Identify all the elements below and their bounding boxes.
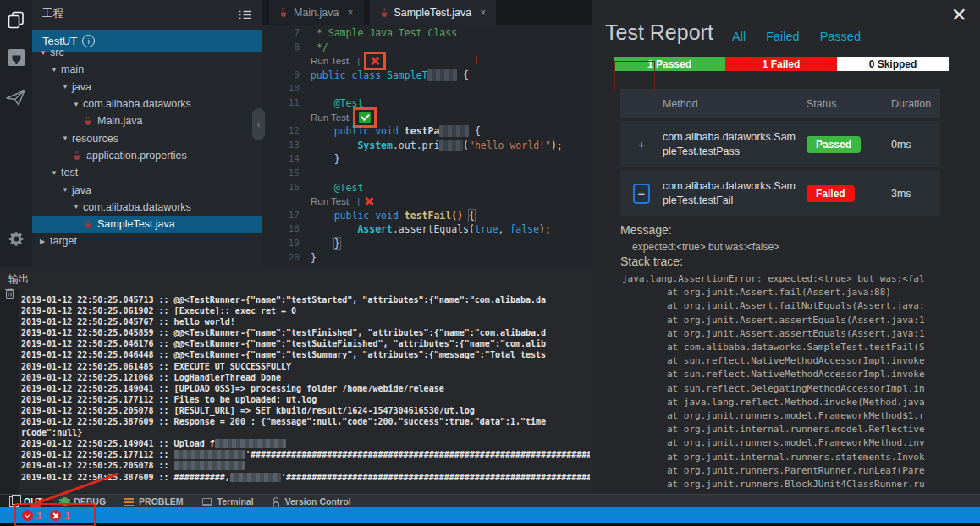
failed-count: 1	[64, 511, 69, 521]
stack-line: at org.junit.Assert.failNotEquals(Assert…	[622, 299, 977, 313]
expand-row-button[interactable]: +	[638, 139, 646, 151]
method-cell: com.alibaba.dataworks.SampleTest.testFai…	[663, 179, 807, 208]
line-number: 13	[262, 139, 311, 153]
send-icon[interactable]	[0, 87, 32, 107]
fail-circle-icon	[50, 510, 61, 521]
trash-icon[interactable]	[4, 287, 15, 303]
gear-icon[interactable]	[0, 230, 32, 248]
filter-passed[interactable]: Passed	[820, 30, 861, 43]
tree-item-label: src	[50, 47, 64, 58]
code-area[interactable]: 7 * Sample Java Test Class8 */Run Test|9…	[262, 26, 592, 265]
tree-item[interactable]: ▶target	[32, 233, 262, 249]
code-line: 9public class SampleTxxxxx {	[262, 68, 592, 83]
java-file-icon	[84, 219, 92, 229]
line-number: 16	[262, 181, 311, 195]
panel-tab-terminal[interactable]: Terminal	[193, 495, 263, 508]
chevron-down-icon: ▼	[73, 101, 83, 108]
log-line: rCode":null}	[21, 427, 590, 438]
code-line: 13 System.out.prixxxx("hello world!");	[262, 139, 592, 153]
log-line: 2019-01-12 22:50:25.387609 :: ##########…	[21, 472, 590, 483]
panel-tab-bar: OUTDEBUGPROBLEMTerminalVersion Control	[0, 494, 980, 508]
panel-tab-out[interactable]: OUT	[0, 495, 52, 508]
tree-item-label: Main.java	[97, 115, 143, 127]
panel-tab-problem[interactable]: PROBLEM	[115, 495, 193, 508]
tab-sampletest-java[interactable]: SampleTest.java ×	[370, 0, 497, 25]
tree-item-label: com.alibaba.dataworks	[83, 98, 191, 110]
stack-line: at java.lang.reflect.Method.invoke(Metho…	[622, 396, 977, 409]
filter-failed[interactable]: Failed	[766, 30, 800, 43]
tests-passed-status[interactable]: 1	[22, 510, 41, 521]
vcs-icon	[273, 497, 280, 507]
tree-item[interactable]: ▼com.alibaba.dataworks	[32, 96, 262, 112]
stack-line: at com.alibaba.dataworks.SampleTest.test…	[622, 341, 977, 354]
tree-item[interactable]: ▼java	[32, 79, 262, 96]
run-test-label[interactable]: Run Test	[311, 111, 349, 125]
tree-item[interactable]: application.properties	[32, 147, 262, 164]
tab-label: Main.java	[294, 7, 339, 19]
tree-item-label: main	[61, 63, 84, 75]
duration-cell: 0ms	[881, 139, 940, 151]
close-icon[interactable]: ×	[480, 7, 486, 19]
activity-bar	[0, 0, 32, 266]
tree-item[interactable]: ▼test	[32, 164, 262, 181]
tree-item[interactable]: ▼java	[32, 181, 262, 198]
tests-failed-status[interactable]: 1	[50, 510, 69, 521]
tree-item[interactable]: ▼main	[32, 61, 262, 78]
tree-item[interactable]: ▼com.alibaba.dataworks	[32, 199, 262, 216]
java-file-icon	[84, 116, 92, 126]
chevron-down-icon: ▼	[62, 134, 72, 142]
filter-all[interactable]: All	[732, 30, 746, 43]
message-label: Message:	[620, 223, 672, 237]
panel-tab-label: DEBUG	[74, 496, 106, 507]
panel-collapse-handle[interactable]: ‹	[252, 108, 265, 140]
stack-line: at org.junit.Assert.assertEquals(Assert.…	[622, 327, 977, 341]
tree-item-label: application.properties	[86, 150, 187, 162]
stack-line: at org.junit.Assert.fail(Assert.java:88)	[622, 286, 977, 299]
run-test-pass-icon[interactable]	[359, 112, 371, 123]
method-cell: com.alibaba.dataworks.SampleTest.testPas…	[663, 130, 807, 159]
close-icon[interactable]: ×	[348, 7, 354, 19]
run-test-fail-icon[interactable]	[370, 56, 380, 66]
run-test-fail-icon[interactable]	[364, 196, 374, 206]
tab-main-java[interactable]: Main.java ×	[269, 0, 364, 25]
stack-line: at org.junit.internal.runners.model.Refl…	[622, 423, 977, 436]
panel-tab-label: OUT	[24, 496, 42, 507]
log-line: 2019-01-12 22:50:25.149041 :: Upload fxx…	[21, 438, 590, 449]
log-line: 2019-01-12 22:50:25.046448 :: @@<TestRun…	[21, 349, 590, 360]
files-icon[interactable]	[0, 10, 32, 30]
panel-tab-version-control[interactable]: Version Control	[263, 495, 361, 508]
collapse-row-button[interactable]: −	[633, 184, 651, 204]
chevron-down-icon: ▼	[62, 186, 72, 194]
tree-item[interactable]: ▼src	[32, 44, 262, 61]
log-line: 2019-01-12 22:50:25.149041 :: [UPLOAD OS…	[21, 383, 590, 394]
passed-count: 1	[36, 511, 41, 521]
stack-trace[interactable]: java.lang.AssertionError: expected:<true…	[622, 272, 977, 491]
code-line: 20}	[262, 251, 592, 266]
close-icon[interactable]: ×	[951, 2, 966, 27]
tab-label: SampleTest.java	[394, 7, 472, 19]
tree-item-label: test	[61, 167, 78, 178]
tree-item-label: target	[50, 235, 77, 247]
status-badge: Failed	[807, 185, 855, 202]
report-title: Test Report	[605, 20, 713, 45]
code-line: 17 public void testFail() {	[262, 209, 592, 223]
chevron-down-icon: ▼	[51, 169, 61, 177]
table-header: Method Status Duration	[620, 89, 940, 118]
tree-item[interactable]: Main.java	[32, 112, 262, 129]
message-text: expected:<true> but was:<false>	[632, 241, 779, 253]
run-test-label[interactable]: Run Test	[311, 195, 349, 209]
plugin-icon[interactable]	[0, 47, 32, 68]
panel-tab-debug[interactable]: DEBUG	[52, 495, 115, 508]
stack-line: at sun.reflect.NativeMethodAccessorImpl.…	[622, 354, 977, 368]
log-line: 2019-01-12 22:50:25.205078 :: [RESULT_UR…	[21, 405, 590, 416]
stack-line: at org.junit.Assert.assertEquals(Assert.…	[622, 314, 977, 327]
output-gutter	[0, 290, 19, 494]
status-badge: Passed	[807, 136, 861, 153]
table-rows: +com.alibaba.dataworks.SampleTest.testPa…	[620, 121, 940, 216]
log-output[interactable]: 2019-01-12 22:50:25.045713 :: @@<TestRun…	[21, 294, 590, 483]
tree-item-label: SampleTest.java	[97, 218, 175, 230]
tree-item[interactable]: SampleTest.java	[32, 216, 262, 233]
run-test-label[interactable]: Run Test	[311, 54, 349, 68]
list-icon[interactable]	[238, 8, 252, 24]
tree-item[interactable]: ▼resources	[32, 129, 262, 146]
